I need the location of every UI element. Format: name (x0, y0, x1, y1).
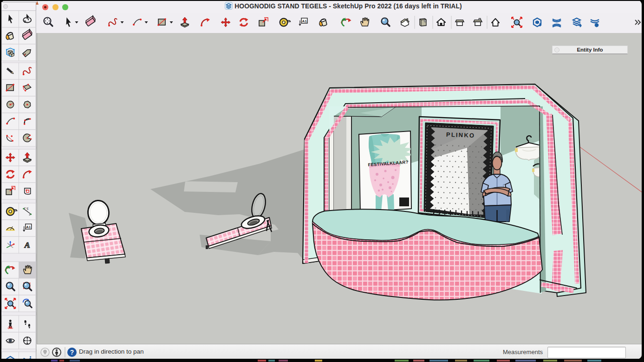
svg-text:A1: A1 (302, 19, 307, 23)
svg-text:?: ? (70, 349, 74, 356)
svg-text:PLINKO: PLINKO (446, 131, 475, 139)
svg-text:A1: A1 (26, 225, 31, 229)
